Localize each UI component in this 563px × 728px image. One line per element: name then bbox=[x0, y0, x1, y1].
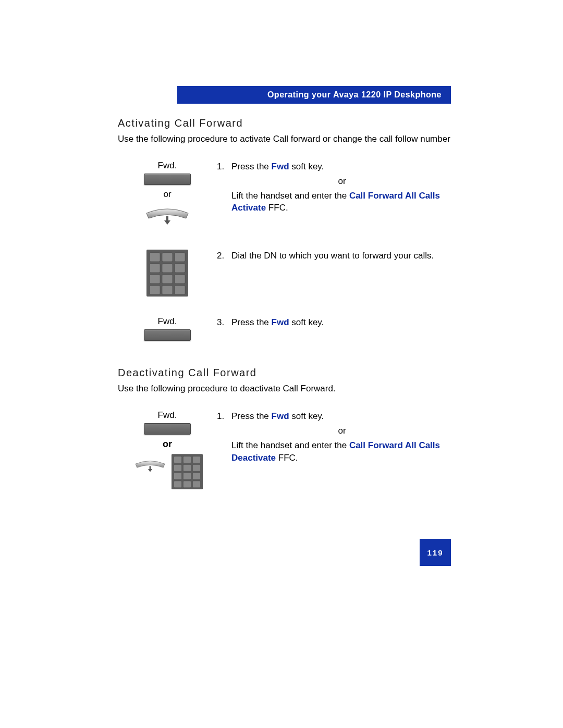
svg-rect-6 bbox=[175, 264, 185, 273]
step-right: 2. Dial the DN to which you want to forw… bbox=[217, 250, 451, 262]
fwd-label: Fwd. bbox=[118, 410, 217, 421]
svg-rect-14 bbox=[174, 456, 182, 463]
step-text-alt: Lift the handset and enter the Call Forw… bbox=[231, 190, 451, 215]
svg-rect-4 bbox=[150, 264, 160, 273]
svg-rect-1 bbox=[150, 253, 160, 262]
step-text: Press the Fwd soft key. bbox=[231, 316, 451, 329]
handset-keypad-row bbox=[118, 454, 217, 491]
step-text: Press the Fwd soft key. bbox=[231, 161, 451, 173]
step-row: Fwd. 3. Press the Fwd soft key. bbox=[118, 316, 451, 341]
section-title-deactivate: Deactivating Call Forward bbox=[118, 367, 451, 379]
intro-deactivate: Use the following procedure to deactivat… bbox=[118, 383, 451, 394]
svg-rect-20 bbox=[174, 473, 182, 479]
svg-rect-18 bbox=[183, 465, 191, 472]
handset-icon bbox=[141, 204, 193, 229]
svg-rect-17 bbox=[174, 465, 182, 472]
step-number: 2. bbox=[217, 250, 231, 262]
step-left: Fwd. or bbox=[118, 410, 217, 491]
step-right: 1. Press the Fwd soft key. or Lift the h… bbox=[217, 161, 451, 214]
step-number: 3. bbox=[217, 316, 231, 329]
handset-icon bbox=[132, 454, 168, 479]
step-text-alt: Lift the handset and enter the Call Forw… bbox=[231, 439, 451, 464]
step-text: Dial the DN to which you want to forward… bbox=[231, 250, 451, 262]
step-left: Fwd. or bbox=[118, 161, 217, 232]
svg-rect-23 bbox=[174, 481, 182, 488]
header-title: Operating your Avaya 1220 IP Deskphone bbox=[267, 90, 442, 100]
fwd-label: Fwd. bbox=[118, 316, 217, 327]
svg-rect-15 bbox=[183, 456, 191, 463]
svg-rect-7 bbox=[150, 275, 160, 283]
section-title-activate: Activating Call Forward bbox=[118, 117, 451, 129]
step-number: 1. bbox=[217, 410, 231, 423]
svg-rect-25 bbox=[193, 481, 201, 488]
svg-rect-3 bbox=[175, 253, 185, 262]
step-left: Fwd. bbox=[118, 316, 217, 341]
svg-rect-21 bbox=[183, 473, 191, 479]
page-number: 119 bbox=[420, 539, 451, 566]
step-right: 1. Press the Fwd soft key. or Lift the h… bbox=[217, 410, 451, 464]
svg-rect-8 bbox=[162, 275, 173, 283]
svg-rect-12 bbox=[175, 286, 185, 294]
svg-rect-16 bbox=[193, 456, 201, 463]
step-row: Fwd. or 1. Press the Fwd soft key. or Li… bbox=[118, 161, 451, 232]
svg-rect-9 bbox=[175, 275, 185, 283]
softkey-icon bbox=[144, 174, 191, 185]
or-label: or bbox=[118, 439, 217, 450]
step-left bbox=[118, 250, 217, 299]
svg-rect-22 bbox=[193, 473, 201, 479]
svg-rect-24 bbox=[183, 481, 191, 488]
step-right: 3. Press the Fwd soft key. bbox=[217, 316, 451, 329]
svg-rect-5 bbox=[162, 264, 173, 273]
svg-rect-19 bbox=[193, 465, 201, 472]
or-center: or bbox=[232, 175, 451, 188]
intro-activate: Use the following procedure to activate … bbox=[118, 133, 451, 145]
svg-rect-11 bbox=[162, 286, 173, 294]
or-center: or bbox=[232, 425, 451, 437]
step-row: 2. Dial the DN to which you want to forw… bbox=[118, 250, 451, 299]
or-label: or bbox=[118, 189, 217, 200]
step-text: Press the Fwd soft key. bbox=[231, 410, 451, 423]
softkey-icon bbox=[144, 423, 191, 435]
step-row: Fwd. or bbox=[118, 410, 451, 491]
page-content: Activating Call Forward Use the followin… bbox=[118, 117, 451, 501]
svg-rect-10 bbox=[150, 286, 160, 294]
fwd-label: Fwd. bbox=[118, 161, 217, 171]
keypad-icon bbox=[146, 250, 188, 299]
keypad-icon bbox=[172, 454, 203, 491]
header-bar: Operating your Avaya 1220 IP Deskphone bbox=[177, 86, 451, 104]
step-number: 1. bbox=[217, 161, 231, 173]
softkey-icon bbox=[144, 329, 191, 341]
svg-rect-2 bbox=[162, 253, 173, 262]
